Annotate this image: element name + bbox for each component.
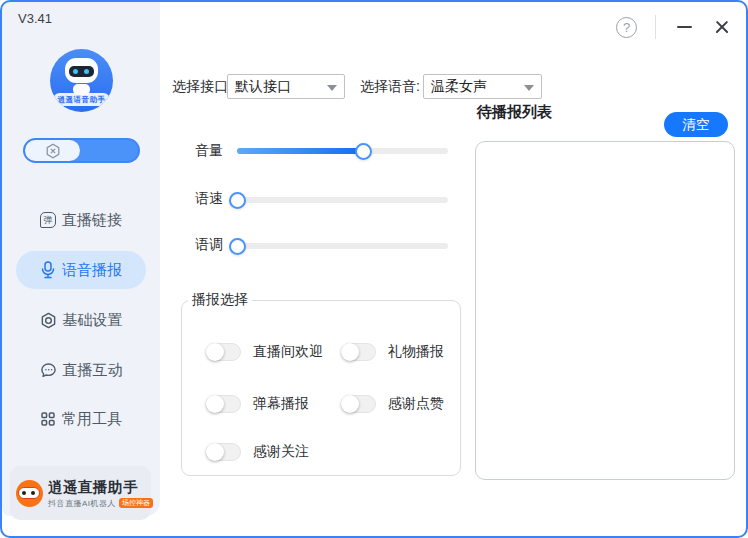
welcome-toggle[interactable]	[206, 343, 241, 361]
window-controls: ?	[616, 15, 732, 39]
mic-icon	[40, 261, 56, 279]
speed-slider[interactable]	[237, 197, 448, 203]
queue-list[interactable]	[475, 141, 735, 480]
brand-subtitle: 抖音直播AI机器人	[48, 498, 116, 509]
help-glyph: ?	[623, 20, 630, 35]
robot-eye	[73, 69, 78, 74]
gift-toggle[interactable]	[341, 343, 376, 361]
toggle-item-follow: 感谢关注	[206, 443, 309, 461]
like-toggle[interactable]	[341, 395, 376, 413]
toggle-item-welcome: 直播间欢迎	[206, 343, 323, 361]
robot-icon	[65, 58, 98, 83]
voice-select[interactable]: 温柔女声	[423, 74, 542, 99]
interface-select[interactable]: 默认接口	[227, 74, 345, 99]
sidebar-item-live-link[interactable]: 弹 直播链接	[16, 202, 146, 238]
chat-icon	[40, 362, 57, 379]
broadcast-group-legend: 播报选择	[188, 291, 252, 309]
danmu-toggle[interactable]	[206, 395, 241, 413]
brand-footer: 逍遥直播助手 抖音直播AI机器人 场控神器	[10, 466, 151, 520]
clear-queue-button[interactable]: 清空	[664, 112, 728, 137]
chevron-down-icon	[524, 85, 534, 91]
sidebar-item-label: 语音播报	[62, 261, 122, 280]
speed-label: 语速	[195, 190, 223, 208]
grid-icon	[40, 411, 56, 427]
toggle-knob	[206, 343, 224, 361]
toggle-item-gift: 礼物播报	[341, 343, 444, 361]
avatar-label: 逍遥语音助手	[58, 95, 106, 105]
toggle-label: 感谢点赞	[388, 395, 444, 413]
close-button[interactable]	[712, 17, 732, 37]
slider-fill	[237, 148, 364, 154]
follow-toggle[interactable]	[206, 443, 241, 461]
minimize-icon	[677, 26, 692, 28]
toggle-knob	[341, 395, 359, 413]
toggle-knob	[206, 443, 224, 461]
pitch-slider[interactable]	[237, 243, 448, 249]
sidebar-item-live-interaction[interactable]: 直播互动	[16, 352, 146, 388]
clear-button-label: 清空	[683, 116, 710, 134]
sidebar-item-label: 常用工具	[62, 410, 122, 429]
brand-text: 逍遥直播助手 抖音直播AI机器人 场控神器	[48, 478, 145, 509]
broadcast-select-group: 播报选择 直播间欢迎 礼物播报 弹幕播报 感谢点赞 感谢关注	[181, 291, 461, 476]
mascot-eye	[22, 491, 26, 495]
toggle-label: 弹幕播报	[253, 395, 309, 413]
slider-thumb[interactable]	[229, 238, 246, 255]
controls-divider	[655, 15, 656, 39]
toggle-item-like: 感谢点赞	[341, 395, 444, 413]
queue-title: 待播报列表	[477, 103, 552, 122]
robot-visor	[69, 66, 94, 77]
toggle-label: 感谢关注	[253, 443, 309, 461]
brand-mascot-icon	[16, 480, 43, 507]
version-label: V3.41	[18, 11, 52, 26]
sidebar-item-label: 直播互动	[63, 361, 123, 380]
sidebar-item-label: 直播链接	[62, 211, 122, 230]
sidebar: V3.41 逍遥语音助手 弹 直播链接	[2, 2, 160, 516]
slider-thumb[interactable]	[229, 192, 246, 209]
sidebar-item-label: 基础设置	[63, 311, 123, 330]
hexagon-x-icon	[45, 143, 61, 159]
mascot-eye	[31, 491, 35, 495]
settings-icon	[40, 312, 57, 329]
sidebar-item-basic-settings[interactable]: 基础设置	[16, 302, 146, 338]
toggle-label: 直播间欢迎	[253, 343, 323, 361]
robot-eye	[84, 69, 89, 74]
volume-slider[interactable]	[237, 148, 448, 154]
toggle-label: 礼物播报	[388, 343, 444, 361]
minimize-button[interactable]	[674, 17, 694, 37]
voice-select-value: 温柔女声	[431, 78, 487, 96]
toggle-knob	[341, 343, 359, 361]
app-avatar: 逍遥语音助手	[50, 49, 113, 112]
mascot-goggles	[18, 487, 40, 499]
toggle-knob	[206, 395, 224, 413]
sidebar-item-voice-broadcast[interactable]: 语音播报	[16, 251, 146, 289]
slider-thumb[interactable]	[355, 143, 372, 160]
avatar-label-band: 逍遥语音助手	[53, 93, 110, 106]
pitch-label: 语调	[195, 236, 223, 254]
volume-label: 音量	[195, 142, 223, 160]
brand-title: 逍遥直播助手	[48, 478, 145, 497]
danmu-icon: 弹	[40, 212, 56, 228]
interface-select-label: 选择接口:	[172, 78, 232, 96]
sidebar-item-common-tools[interactable]: 常用工具	[16, 401, 146, 437]
interface-select-value: 默认接口	[235, 78, 291, 96]
app-window: V3.41 逍遥语音助手 弹 直播链接	[0, 0, 748, 538]
toggle-item-danmu: 弹幕播报	[206, 395, 309, 413]
power-toggle-thumb[interactable]	[25, 140, 80, 161]
chevron-down-icon	[327, 85, 337, 91]
voice-power-toggle[interactable]	[23, 138, 140, 163]
voice-select-label: 选择语音:	[360, 78, 420, 96]
help-icon[interactable]: ?	[616, 17, 637, 38]
brand-subtitle-row: 抖音直播AI机器人 场控神器	[48, 498, 145, 509]
brand-badge: 场控神器	[119, 498, 153, 508]
